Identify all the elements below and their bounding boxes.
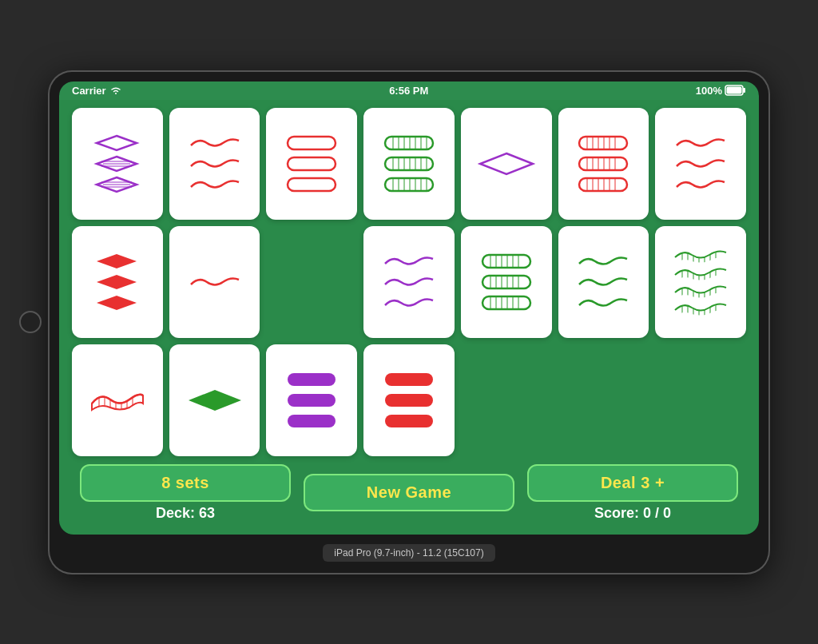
sets-button[interactable]: 8 sets [80,464,291,502]
card-r3c5-empty [461,344,552,456]
svg-marker-42 [480,153,533,174]
svg-rect-71 [482,255,530,268]
svg-marker-67 [97,254,137,268]
svg-rect-60 [579,178,627,191]
svg-rect-15 [385,137,433,149]
card-r1c2[interactable] [169,108,260,220]
svg-rect-135 [385,415,433,427]
device-label: iPad Pro (9.7-inch) - 11.2 (15C107) [323,544,494,562]
svg-marker-129 [189,390,241,411]
game-area: 8 sets Deck: 63 New Game Deal 3 + Score:… [59,100,759,535]
svg-rect-79 [482,276,530,288]
bottom-left: 8 sets Deck: 63 [80,464,291,522]
card-r1c1[interactable] [72,108,163,220]
card-r2c5[interactable] [461,226,552,338]
svg-rect-14 [288,178,336,191]
bottom-right: Deal 3 + Score: 0 / 0 [527,464,738,522]
card-r3c6-empty [558,344,649,456]
card-r2c4[interactable] [363,226,455,338]
card-r2c6[interactable] [558,226,649,338]
svg-rect-2 [727,87,742,94]
score-display: Score: 0 / 0 [594,505,671,522]
card-r1c6[interactable] [558,108,649,220]
svg-rect-78 [482,276,530,288]
svg-rect-70 [482,255,530,268]
deck-count: Deck: 63 [156,505,215,522]
svg-rect-33 [385,178,433,191]
deal-button[interactable]: Deal 3 + [527,464,738,502]
svg-rect-51 [579,157,627,170]
card-r1c4[interactable] [363,108,455,220]
svg-marker-68 [97,275,137,289]
svg-rect-134 [385,394,433,407]
svg-marker-3 [97,136,137,150]
svg-rect-13 [288,157,336,170]
card-r1c3[interactable] [266,108,357,220]
svg-rect-52 [579,157,627,170]
bottom-center: New Game [304,474,514,511]
svg-rect-16 [385,137,433,149]
status-carrier: Carrier [72,85,122,97]
battery-icon [725,85,746,96]
svg-marker-69 [97,296,137,310]
status-time: 6:56 PM [389,85,428,97]
device-screen: Carrier 6:56 PM 100% [59,81,759,535]
svg-rect-25 [385,157,433,170]
svg-rect-12 [288,137,336,149]
cards-grid [72,108,746,456]
svg-rect-59 [579,178,627,191]
status-bar: Carrier 6:56 PM 100% [59,81,759,100]
card-r2c2[interactable] [169,226,260,338]
svg-rect-44 [579,137,627,149]
svg-rect-1 [743,88,745,93]
card-r3c3[interactable] [266,344,357,456]
device-footer: iPad Pro (9.7-inch) - 11.2 (15C107) [59,535,759,563]
svg-rect-34 [385,178,433,191]
svg-rect-132 [288,415,336,427]
new-game-button[interactable]: New Game [304,474,514,511]
status-battery: 100% [696,85,746,97]
card-r3c2[interactable] [169,344,260,456]
bottom-section: 8 sets Deck: 63 New Game Deal 3 + Score:… [72,464,746,522]
card-r2c1[interactable] [72,226,163,338]
card-r3c1[interactable] [72,344,163,456]
ipad-device: Carrier 6:56 PM 100% [50,72,768,573]
svg-rect-130 [288,373,336,386]
home-button[interactable] [19,311,42,333]
svg-rect-131 [288,394,336,407]
card-r2c7-left[interactable] [655,226,746,338]
svg-rect-43 [579,137,627,149]
svg-rect-133 [385,373,433,386]
carrier-text: Carrier [72,85,106,97]
svg-rect-86 [482,296,530,309]
card-r3c7-empty [655,344,746,456]
card-r3c4[interactable] [363,344,455,456]
battery-text: 100% [696,85,722,97]
wifi-icon [109,85,122,95]
card-r2c3-empty [266,226,357,338]
card-r1c7[interactable] [655,108,746,220]
svg-rect-24 [385,157,433,170]
card-r1c5[interactable] [461,108,552,220]
svg-rect-87 [482,296,530,309]
